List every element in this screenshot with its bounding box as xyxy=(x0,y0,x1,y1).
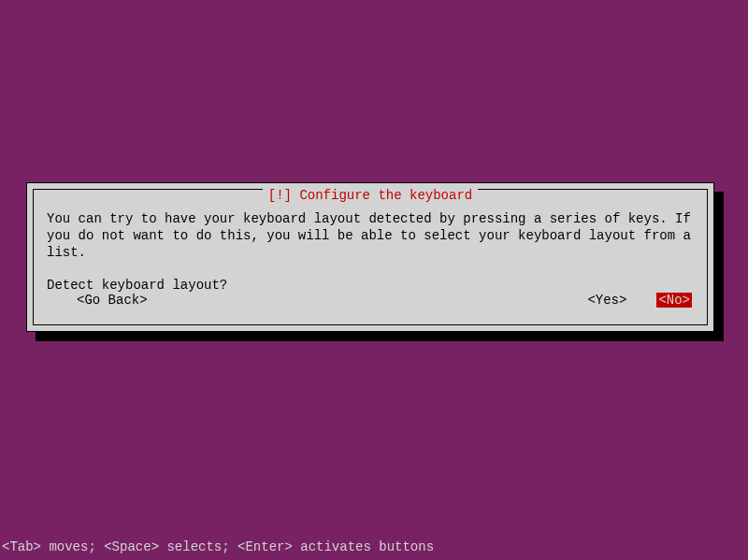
dialog-title: [!] Configure the keyboard xyxy=(263,188,478,203)
yes-button[interactable]: <Yes> xyxy=(587,293,626,308)
dialog-question: Detect keyboard layout? xyxy=(47,277,694,294)
keyboard-hint: <Tab> moves; <Space> selects; <Enter> ac… xyxy=(2,539,434,554)
go-back-button[interactable]: <Go Back> xyxy=(77,293,148,308)
title-container: [!] Configure the keyboard xyxy=(34,188,707,203)
dialog-content: You can try to have your keyboard layout… xyxy=(47,210,694,294)
button-row: <Go Back> <Yes> <No> xyxy=(47,293,694,308)
no-button[interactable]: <No> xyxy=(656,293,692,308)
configure-keyboard-dialog: [!] Configure the keyboard You can try t… xyxy=(26,182,714,332)
dialog-body-text: You can try to have your keyboard layout… xyxy=(47,210,694,262)
dialog-border: [!] Configure the keyboard You can try t… xyxy=(33,189,708,325)
